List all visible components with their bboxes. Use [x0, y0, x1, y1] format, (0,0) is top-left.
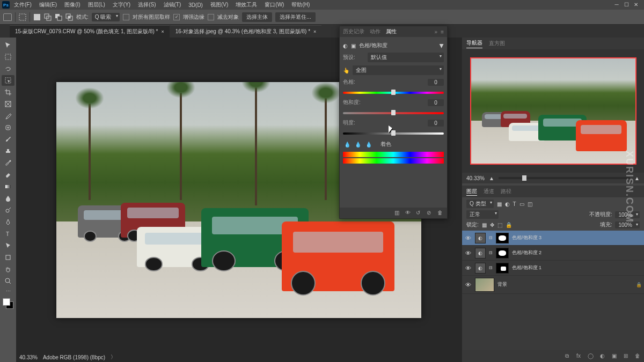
delete-icon[interactable]: 🗑 — [634, 353, 641, 359]
type-tool[interactable]: T — [2, 228, 14, 239]
group-icon[interactable]: ▣ — [611, 353, 617, 359]
subtract-select-icon[interactable] — [55, 13, 62, 21]
object-select-icon[interactable] — [19, 13, 26, 21]
blend-mode-dropdown[interactable]: 正常 — [466, 210, 499, 219]
filter-type-icon[interactable]: T — [513, 201, 516, 207]
menu-edit[interactable]: 编辑(E) — [36, 1, 60, 9]
shape-tool[interactable] — [2, 252, 14, 263]
menu-3d[interactable]: 3D(D) — [185, 2, 206, 8]
clip-icon[interactable]: ▥ — [394, 210, 401, 216]
layer-row[interactable]: 👁 背景 🔒 — [462, 276, 644, 294]
enhance-edge-checkbox[interactable]: ✓ — [173, 14, 180, 20]
subtract-object-checkbox[interactable] — [208, 14, 214, 20]
new-layer-icon[interactable]: ⊞ — [623, 353, 629, 359]
brush-tool[interactable] — [2, 134, 14, 145]
move-tool[interactable] — [2, 40, 14, 50]
dodge-tool[interactable] — [2, 205, 14, 216]
play-icon[interactable]: ▶ — [439, 43, 445, 48]
menu-view[interactable]: 视图(V) — [207, 1, 231, 9]
eyedropper-minus-icon[interactable]: 💧 — [364, 140, 373, 149]
tab-navigator[interactable]: 导航器 — [466, 39, 482, 48]
doc-info[interactable]: Adobe RGB (1998) (8bpc) — [43, 354, 105, 360]
lasso-tool[interactable] — [2, 63, 14, 74]
select-and-mask-button[interactable]: 选择并遮住... — [275, 12, 315, 22]
layer-name[interactable]: 背景 — [497, 281, 507, 288]
trash-icon[interactable]: 🗑 — [437, 210, 444, 216]
navigator-body[interactable] — [462, 49, 644, 173]
info-chevron-icon[interactable]: 〉 — [111, 353, 116, 361]
reset-icon[interactable]: ↺ — [416, 210, 422, 216]
visibility-icon[interactable]: 👁 — [464, 235, 472, 241]
finger-icon[interactable]: 👆 — [343, 68, 349, 73]
fx-icon[interactable]: fx — [575, 353, 582, 359]
gradient-tool[interactable] — [2, 181, 14, 192]
menu-type[interactable]: 文字(Y) — [109, 1, 134, 9]
lock-icon[interactable]: 🔒 — [636, 282, 642, 287]
sat-value[interactable]: 0 — [428, 99, 444, 106]
hue-value[interactable]: 0 — [428, 79, 444, 86]
fill-input[interactable]: 100% — [615, 221, 640, 228]
select-subject-button[interactable]: 选择主体 — [242, 12, 272, 22]
layer-row[interactable]: 👁 ◐ ⊟ 色相/饱和度 3 — [462, 231, 644, 246]
lock-artboard-icon[interactable]: ⬚ — [497, 222, 502, 228]
lock-pixels-icon[interactable]: ▦ — [482, 222, 487, 228]
mode-dropdown[interactable]: Q 吸索 — [92, 13, 120, 21]
menu-filter[interactable]: 滤镜(T) — [160, 1, 185, 9]
object-select-tool[interactable] — [2, 75, 14, 86]
intersect-select-icon[interactable] — [65, 13, 73, 21]
history-brush-tool[interactable] — [2, 158, 14, 168]
view-previous-icon[interactable]: 👁 — [405, 210, 412, 216]
filter-adjust-icon[interactable]: ◐ — [505, 201, 510, 207]
add-select-icon[interactable] — [44, 13, 52, 21]
collapse-icon[interactable]: » — [435, 29, 438, 35]
layer-mask-thumb[interactable] — [496, 263, 509, 274]
filter-image-icon[interactable]: ▦ — [497, 201, 502, 207]
layer-name[interactable]: 色相/饱和度 2 — [512, 249, 541, 256]
zoom-out-icon[interactable]: ▲ — [489, 175, 494, 181]
tab-history[interactable]: 历史记录 — [343, 28, 364, 35]
tab-doc-2[interactable]: 16-对象选择.jpeg @ 40.3% (色相/饱和度 3, 图层蒙版/8) … — [170, 25, 322, 38]
eyedropper-tool[interactable] — [2, 110, 14, 121]
zoom-level[interactable]: 40.33% — [19, 354, 38, 360]
layer-name[interactable]: 色相/饱和度 3 — [512, 234, 541, 241]
hand-tool[interactable] — [2, 264, 14, 275]
lock-all-icon[interactable]: 🔒 — [506, 222, 512, 228]
filter-smart-icon[interactable]: ◫ — [528, 201, 532, 207]
tab-properties[interactable]: 属性 — [386, 28, 397, 35]
eyedropper-plus-icon[interactable]: 💧 — [354, 140, 362, 149]
menu-icon[interactable]: ≡ — [441, 29, 444, 35]
minimize-button[interactable]: ─ — [614, 2, 619, 8]
layer-row[interactable]: 👁 ◐ ⊟ 色相/饱和度 2 — [462, 246, 644, 261]
preset-dropdown[interactable]: 默认值 — [368, 53, 444, 62]
link-layers-icon[interactable]: ⧉ — [564, 353, 570, 359]
eyedropper-icon[interactable]: 💧 — [343, 140, 352, 149]
color-swatches[interactable] — [3, 298, 13, 309]
tab-doc-1[interactable]: 15-蒙版CRW_0079.CRW @ 50% (颜色填充 1, 图层蒙版/8)… — [10, 25, 170, 38]
tab-paths[interactable]: 路径 — [501, 188, 511, 195]
hue-range-bottom[interactable] — [343, 158, 444, 164]
nav-zoom-value[interactable]: 40.33% — [466, 175, 485, 181]
filter-shape-icon[interactable]: ▭ — [519, 201, 524, 207]
tab-layers[interactable]: 图层 — [466, 188, 477, 196]
lig-slider[interactable] — [343, 129, 444, 137]
mask-icon[interactable]: ◯ — [587, 353, 594, 359]
hue-range-top[interactable] — [343, 152, 444, 157]
close-icon[interactable]: × — [162, 29, 164, 34]
sample-all-checkbox[interactable] — [123, 14, 129, 20]
visibility-icon[interactable]: 👁 — [464, 250, 472, 256]
layer-row[interactable]: 👁 ◐ ⊟ 色相/饱和度 1 — [462, 261, 644, 276]
home-icon[interactable] — [3, 13, 12, 21]
pen-tool[interactable] — [2, 217, 14, 227]
edit-toolbar-icon[interactable]: ⋯ — [6, 289, 11, 294]
sat-slider[interactable] — [343, 109, 444, 116]
blur-tool[interactable] — [2, 193, 14, 204]
menu-image[interactable]: 图像(I) — [61, 1, 83, 9]
layer-mask-thumb[interactable] — [496, 233, 509, 243]
layer-mask-thumb[interactable] — [496, 248, 509, 258]
rect-select-icon[interactable] — [33, 13, 41, 21]
visibility-icon[interactable]: 👁 — [464, 265, 472, 271]
color-range-dropdown[interactable]: 全图 — [353, 65, 444, 75]
menu-window[interactable]: 窗口(W) — [261, 1, 287, 9]
zoom-slider[interactable] — [499, 177, 630, 179]
lig-value[interactable]: 0 — [428, 120, 444, 127]
